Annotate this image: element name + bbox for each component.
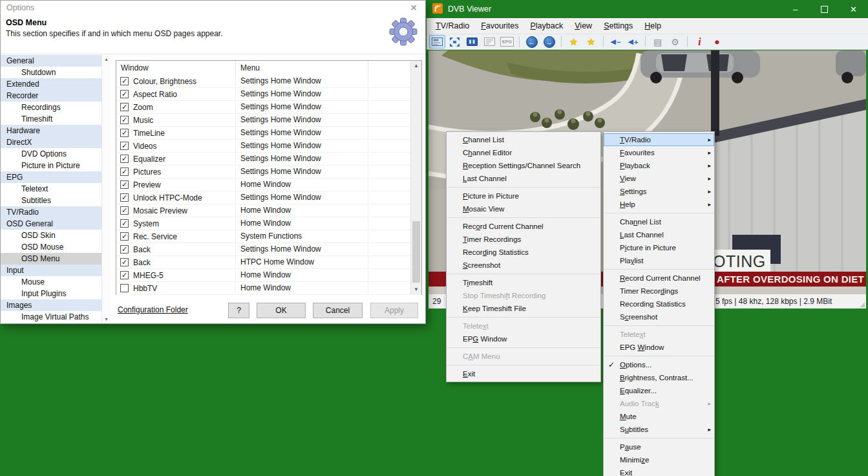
menu-item-epg-window[interactable]: EPG Window — [604, 341, 714, 354]
table-row-equalizer[interactable]: ✓EqualizerSettings Home Window — [116, 153, 421, 166]
menu-item-pause[interactable]: Pause — [604, 440, 714, 453]
menubar-item-playback[interactable]: Playback — [525, 18, 569, 34]
menu-item-record-current-channel[interactable]: Record Current Channel — [604, 272, 714, 285]
checkbox-system[interactable]: ✓ — [120, 219, 129, 228]
checkbox-unlock-htpc-mode[interactable]: ✓ — [120, 193, 129, 202]
maximize-button[interactable] — [810, 0, 839, 18]
menu-item-timeshift[interactable]: Timeshift — [447, 276, 600, 289]
sidebar-item-tv-radio[interactable]: TV/Radio — [1, 206, 101, 218]
checkbox-equalizer[interactable]: ✓ — [120, 155, 129, 163]
menubar-item-help[interactable]: Help — [639, 18, 667, 34]
sidebar-item-dvd-options[interactable]: DVD Options — [1, 148, 101, 160]
checkbox-videos[interactable]: ✓ — [120, 142, 129, 150]
dialog-titlebar[interactable]: Options ✕ — [1, 1, 425, 15]
menu-item-view[interactable]: View▸ — [604, 172, 714, 185]
volume-up-button[interactable]: ◀+ — [625, 35, 641, 49]
menu-item-exit[interactable]: Exit — [447, 367, 600, 380]
menu-item-channel-editor[interactable]: Channel Editor — [447, 146, 600, 159]
menu-item-equalizer[interactable]: Equalizer... — [604, 384, 714, 397]
forward-button[interactable]: → — [541, 35, 557, 49]
resize-grip[interactable]: ◢ — [860, 301, 865, 308]
menu-item-last-channel[interactable]: Last Channel — [604, 228, 714, 241]
menu-item-recording-statistics[interactable]: Recording Statistics — [604, 298, 714, 310]
dialog-close-button[interactable]: ✕ — [402, 3, 425, 13]
table-row-colour-brightness[interactable]: ✓Colour, BrightnessSettings Home Window — [116, 75, 421, 88]
menu-item-stop-timeshift-recording[interactable]: Stop Timeshift Recording — [447, 289, 600, 302]
table-row-music[interactable]: ✓MusicSettings Home Window — [116, 114, 421, 127]
menu-item-mute[interactable]: Mute — [604, 410, 714, 423]
menu-item-playback[interactable]: Playback▸ — [604, 159, 714, 172]
sidebar-item-osd-skin[interactable]: OSD Skin — [1, 230, 101, 241]
sidebar-scrollbar[interactable]: ▲ ▼ — [101, 55, 111, 323]
table-row-timeline[interactable]: ✓TimeLineSettings Home Window — [116, 127, 421, 140]
info-button[interactable]: i — [692, 35, 708, 49]
sidebar-item-timeshift[interactable]: Timeshift — [1, 113, 101, 125]
sidebar-item-images[interactable]: Images — [1, 299, 101, 311]
sidebar-item-epg[interactable]: EPG — [1, 171, 101, 183]
sidebar-item-shutdown[interactable]: Shutdown — [1, 67, 101, 78]
table-row-aspect-ratio[interactable]: ✓Aspect RatioSettings Home Window — [116, 88, 421, 101]
sidebar-item-image-virtual-paths[interactable]: Image Virtual Paths — [1, 311, 101, 323]
menu-item-options[interactable]: ✓Options... — [604, 358, 714, 371]
menu-item-picture-in-picture[interactable]: Picture in Picture — [604, 241, 714, 254]
table-row-mheg-5[interactable]: ✓MHEG-5Home Window — [116, 269, 421, 282]
checkbox-back[interactable]: ✓ — [120, 245, 129, 254]
menubar-item-view[interactable]: View — [569, 18, 598, 34]
sidebar-item-recorder[interactable]: Recorder — [1, 90, 101, 102]
checkbox-mheg-5[interactable]: ✓ — [120, 271, 129, 279]
sidebar-item-extended[interactable]: Extended — [1, 78, 101, 90]
table-row-videos[interactable]: ✓VideosSettings Home Window — [116, 140, 421, 153]
sidebar-item-input-plugins[interactable]: Input Plugins — [1, 288, 101, 299]
menu-item-reception-settings-channel-search[interactable]: Reception Settings/Channel Search — [447, 159, 600, 172]
sidebar-item-input[interactable]: Input — [1, 265, 101, 276]
checkbox-mosaic-preview[interactable]: ✓ — [120, 206, 129, 215]
close-button[interactable]: ✕ — [839, 0, 868, 18]
configuration-folder-link[interactable]: Configuration Folder — [118, 305, 188, 314]
sidebar-item-osd-general[interactable]: OSD General — [1, 218, 101, 230]
menu-item-exit[interactable]: Exit — [604, 466, 714, 476]
checkbox-colour-brightness[interactable]: ✓ — [120, 77, 129, 85]
table-row-unlock-htpc-mode[interactable]: ✓Unlock HTPC-ModeSettings Home Window — [116, 191, 421, 204]
checkbox-rec-service[interactable]: ✓ — [120, 232, 129, 241]
sidebar-item-recordings[interactable]: Recordings — [1, 102, 101, 113]
menu-item-keep-timeshift-file[interactable]: Keep Timeshift File — [447, 302, 600, 315]
cancel-button[interactable]: Cancel — [313, 303, 363, 318]
table-row-pictures[interactable]: ✓PicturesSettings Home Window — [116, 166, 421, 178]
menubar-item-tv-radio[interactable]: TV/Radio — [430, 18, 475, 34]
menu-item-minimize[interactable]: Minimize — [604, 453, 714, 466]
menu-item-record-current-channel[interactable]: Record Current Channel — [447, 220, 600, 233]
scroll-up-icon[interactable]: ▲ — [411, 63, 421, 69]
checkbox-music[interactable]: ✓ — [120, 116, 129, 124]
table-row-hbbtv[interactable]: HbbTVHome Window — [116, 282, 421, 295]
checkbox-hbbtv[interactable] — [120, 284, 129, 292]
menu-item-subtitles[interactable]: Subtitles▸ — [604, 423, 714, 436]
table-row-system[interactable]: ✓SystemHome Window — [116, 217, 421, 230]
sidebar-item-osd-mouse[interactable]: OSD Mouse — [1, 241, 101, 253]
menu-item-settings[interactable]: Settings▸ — [604, 185, 714, 198]
ok-button[interactable]: OK — [257, 303, 306, 318]
teletext-button[interactable] — [482, 35, 498, 49]
help-button[interactable]: ? — [228, 303, 249, 318]
table-scrollbar[interactable]: ▲ ▼ — [410, 61, 421, 294]
sidebar-item-picture-in-picture[interactable]: Picture in Picture — [1, 160, 101, 171]
sidebar-item-teletext[interactable]: Teletext — [1, 183, 101, 195]
checkbox-pictures[interactable]: ✓ — [120, 168, 129, 176]
checkbox-back[interactable]: ✓ — [120, 258, 129, 266]
menu-item-brightness-contrast[interactable]: Brightness, Contrast... — [604, 371, 714, 384]
menu-item-mosaic-view[interactable]: Mosaic View — [447, 202, 600, 215]
scrollbar-thumb[interactable] — [412, 221, 420, 283]
table-row-back[interactable]: ✓BackSettings Home Window — [116, 243, 421, 256]
fullscreen-button[interactable] — [447, 35, 463, 49]
column-header-menu[interactable]: Menu — [236, 61, 368, 75]
column-header-window[interactable]: Window — [116, 61, 236, 75]
picture-in-picture-button[interactable] — [464, 35, 480, 49]
record-button[interactable]: ● — [709, 35, 725, 49]
scroll-down-icon[interactable]: ▼ — [102, 317, 111, 321]
sidebar-item-subtitles[interactable]: Subtitles — [1, 195, 101, 206]
checkbox-preview[interactable]: ✓ — [120, 180, 129, 189]
menu-item-tv-radio[interactable]: TV/Radio▸ — [604, 133, 714, 146]
table-row-mosaic-preview[interactable]: ✓Mosaic PreviewHome Window — [116, 204, 421, 217]
menu-item-timer-recordings[interactable]: Timer Recordings — [447, 233, 600, 246]
volume-down-button[interactable]: ◀− — [608, 35, 624, 49]
table-row-zoom[interactable]: ✓ZoomSettings Home Window — [116, 101, 421, 114]
